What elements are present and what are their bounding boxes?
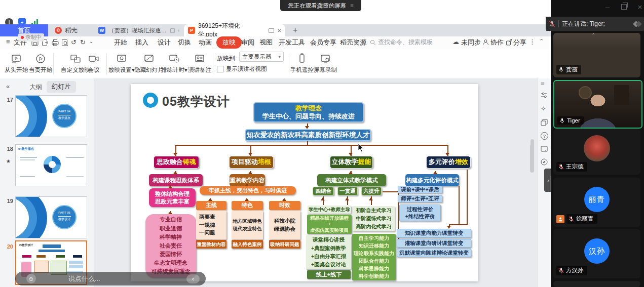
participant-video-gongxia[interactable]: 龚霞	[553, 33, 640, 77]
speaker-notes-button[interactable]: 演讲备注	[185, 52, 214, 74]
chat-input-placeholder[interactable]: 说点什么...	[68, 274, 100, 283]
document-tab-bar: 首页 © 稻壳 W （龚霞）现场汇报逐字讲稿.docx P 369125+环境化…	[0, 24, 551, 36]
branch3-teach2-box: 精品在线开放课程+虚拟仿真实验项目	[307, 215, 352, 234]
share-button[interactable]: 分享	[513, 38, 526, 47]
hamburger-icon[interactable]: ≡	[6, 38, 10, 46]
tab-store[interactable]: © 稻壳	[51, 24, 94, 36]
minimize-button[interactable]: –	[600, 2, 615, 11]
collapse-ribbon-icon[interactable]: ⌃	[539, 38, 544, 45]
branch3-foot-box: 线上+线下	[307, 270, 351, 279]
thumb-20-number: 20	[3, 243, 13, 250]
tab-slides-active[interactable]: 幻灯片	[47, 81, 76, 93]
ribbon-tab-slideshow-active[interactable]: 放映	[216, 36, 242, 49]
branch2-col2-body: 地方区域特色现代农业特色	[232, 211, 263, 239]
branch4-header: 多元评价增效	[426, 156, 471, 169]
watching-screen-label: 您正在观看龚霞的屏幕	[288, 2, 346, 10]
banner-menu-icon[interactable]: ≡	[350, 3, 354, 9]
collapse-videos-chevron-icon[interactable]: ⌃	[591, 32, 595, 38]
mic-muted-icon	[558, 268, 564, 273]
duplicate-icon[interactable]	[541, 119, 548, 126]
collapse-chat-icon[interactable]: ‹	[186, 274, 200, 283]
help-icon[interactable]: ?	[541, 132, 548, 140]
ribbon-tab-devtools[interactable]: 开发工具	[279, 38, 305, 47]
emoji-icon[interactable]: ☺	[26, 274, 36, 283]
store-icon: ©	[55, 27, 62, 34]
display-select[interactable]: 主要显示器 ▾	[239, 52, 284, 62]
panel-edge-scrollbar[interactable]	[550, 176, 551, 191]
branch4-sub: 构建多元化评价模式	[405, 174, 459, 186]
tab-outline[interactable]: 大纲	[29, 83, 42, 92]
slide-thumbnail-17[interactable]: PART 04教学痛点	[15, 95, 87, 137]
restore-button[interactable]	[617, 2, 631, 11]
thumb-donut-hole	[49, 161, 56, 168]
ribbon-tab-start[interactable]: 开始	[114, 38, 127, 47]
new-tab-button[interactable]: +	[289, 24, 301, 36]
chat-quick-bar[interactable]: ☺ 说点什么... ‹	[15, 272, 206, 285]
participant-tile-wangzongde[interactable]: 王宗德	[553, 129, 640, 175]
rehearse-button[interactable]: 排练计时▾	[160, 52, 188, 74]
branch2-header: 项目驱动培根	[229, 156, 274, 169]
ribbon-tab-insert[interactable]: 插入	[135, 38, 148, 47]
show-settings-label: 放映设置▾	[108, 67, 135, 73]
ribbon-tab-animation[interactable]: 动画	[199, 38, 212, 47]
smart-effects-icon[interactable]: ✧	[541, 105, 546, 112]
ribbon-tab-store-res[interactable]: 稻壳资源	[340, 38, 366, 47]
redo-icon[interactable]: ↻	[80, 38, 86, 46]
from-current-button[interactable]: 当页开始	[26, 52, 55, 74]
presenter-view-checkbox[interactable]: 显示演讲者视图	[217, 65, 267, 73]
rehearse-label: 排练计时▾	[161, 67, 187, 73]
participant-initial-avatar: 汉孙	[584, 238, 610, 264]
participant-tile-fanghansun[interactable]: 汉孙 方汉孙	[553, 229, 640, 278]
from-current-label: 当页开始	[29, 67, 52, 73]
branch2-col3-body: 科技小院绿源协会	[269, 211, 300, 239]
screen-record-button[interactable]: 屏幕录制	[311, 52, 339, 74]
hide-slide-button[interactable]: 隐藏幻灯片	[134, 52, 164, 74]
participant-video-tiger[interactable]: Tiger	[553, 80, 642, 129]
ribbon-tab-transition[interactable]: 切换	[178, 38, 191, 47]
branch3-chip3: 六提升	[361, 187, 382, 195]
phone-remote-label: 手机遥控	[290, 67, 314, 73]
ribbon-tab-design[interactable]: 设计	[158, 38, 171, 47]
close-button[interactable]: ×	[633, 2, 644, 11]
slide-thumbnail-19[interactable]: PART 05教学设计	[15, 196, 87, 238]
meeting-button[interactable]: 会议	[83, 52, 105, 74]
quickbar-caret-icon[interactable]: ⌄	[89, 38, 93, 44]
recording-label: 录制中	[25, 34, 42, 41]
compass-icon[interactable]	[541, 158, 548, 166]
checkbox-icon[interactable]	[217, 66, 223, 72]
collapse-panel-icon[interactable]: «	[6, 83, 10, 90]
properties-sliders-icon[interactable]	[541, 92, 548, 99]
current-slide[interactable]: 05教学设计 教学理念 学生中心、问题导向、持续改进 知农爱农的新农科高素质创新…	[131, 84, 478, 281]
thumb-textline	[66, 176, 84, 177]
concept-body: 学生中心、问题导向、持续改进	[262, 112, 355, 120]
more-menu-icon[interactable]: ⋮	[529, 38, 536, 46]
branch1-mid-box: 整体结构合理思政元素丰富	[149, 188, 196, 207]
ribbon-tab-review[interactable]: 审阅	[241, 38, 254, 47]
panel-scrollbar-thumb[interactable]	[530, 144, 534, 173]
goal-text: 知农爱农的新农科高素质创新型环境人才	[247, 131, 370, 140]
display-select-value: 主要显示器	[242, 53, 272, 61]
tab-ppt-active[interactable]: P 369125+环境化学.pptx ×	[184, 24, 285, 36]
doc-dot-icon	[178, 29, 179, 32]
ribbon-tab-view[interactable]: 视图	[259, 38, 273, 47]
ribbon-tab-member[interactable]: 会员专享	[310, 38, 336, 47]
branch3-sub: 构建立体式教学模式	[317, 174, 386, 186]
resume-card-icon[interactable]	[541, 145, 548, 152]
thumb-17-number: 17	[3, 97, 13, 103]
slide-thumbnail-18[interactable]: 04教学痛点	[15, 144, 87, 186]
slide-logo-ring-icon	[143, 93, 158, 108]
participant-name-badge: 王宗德	[556, 162, 587, 172]
participant-tile-xuliqing[interactable]: 丽青 徐丽青	[553, 178, 640, 227]
undo-icon[interactable]: ↺	[71, 38, 77, 46]
display-to-label: 放映到:	[217, 54, 237, 63]
print-preview-icon[interactable]	[61, 39, 68, 46]
print-icon[interactable]	[52, 39, 59, 46]
sync-status[interactable]: 未同步	[461, 38, 481, 47]
thumb-textline	[66, 157, 84, 158]
branch2-col3-foot: 吸纳科研问题	[269, 240, 300, 249]
tab-close-icon[interactable]: ×	[277, 27, 281, 34]
collab-button[interactable]: 协作	[490, 38, 504, 47]
tab-doc[interactable]: W （龚霞）现场汇报逐字讲稿.docx	[94, 24, 183, 36]
command-search-input[interactable]: 查找命令、搜索模板	[378, 38, 433, 47]
show-settings-button[interactable]: 放映设置▾	[107, 52, 136, 74]
